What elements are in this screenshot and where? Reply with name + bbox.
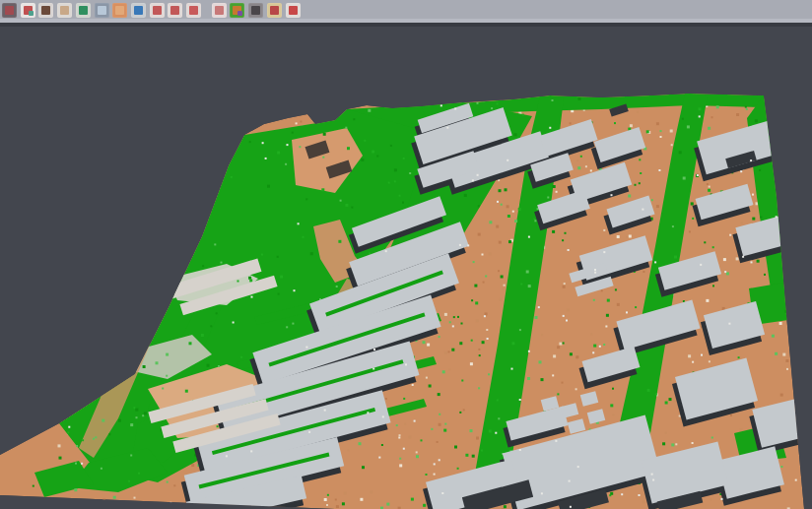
open-data-icon-glyph [5,6,14,15]
measure-icon[interactable] [248,3,263,18]
dem-surface-icon-glyph [79,6,88,15]
point-cloud-scene [0,25,812,509]
terrain-icon-glyph [41,6,50,15]
open-data-icon[interactable] [2,3,17,18]
terrain-icon[interactable] [38,3,53,18]
color-tools-icon[interactable] [21,3,35,18]
points-icon[interactable] [57,3,72,18]
profile-view-icon-glyph [98,6,106,15]
classification-icon[interactable] [230,3,244,18]
zoom-extents-icon-glyph [189,6,198,15]
globe-3d-icon[interactable] [131,3,146,18]
points-icon-glyph [60,6,69,15]
dem-surface-icon[interactable] [76,3,91,18]
layers-icon-glyph [153,6,162,15]
delete-points-icon-glyph [270,6,279,15]
globe-3d-icon-glyph [134,6,143,15]
layers-icon[interactable] [150,3,165,18]
measure-icon-glyph [251,6,260,15]
classification-icon-accent [237,11,242,16]
zoom-extents-icon[interactable] [186,3,201,18]
clip-box-icon[interactable] [112,3,127,18]
grid-select-icon[interactable] [212,3,227,18]
classified-point-cloud [0,94,805,509]
flag-report-icon-glyph [289,6,298,15]
clip-box-icon-glyph [115,6,124,15]
flag-report-icon[interactable] [286,3,301,18]
target-circle-icon-glyph [170,6,179,15]
delete-points-icon[interactable] [267,3,282,18]
grid-select-icon-glyph [215,6,224,15]
toolbar [0,0,812,27]
3d-viewport[interactable] [0,25,812,509]
target-circle-icon[interactable] [168,3,182,18]
profile-view-icon[interactable] [95,3,109,18]
color-tools-icon-accent [29,11,34,16]
